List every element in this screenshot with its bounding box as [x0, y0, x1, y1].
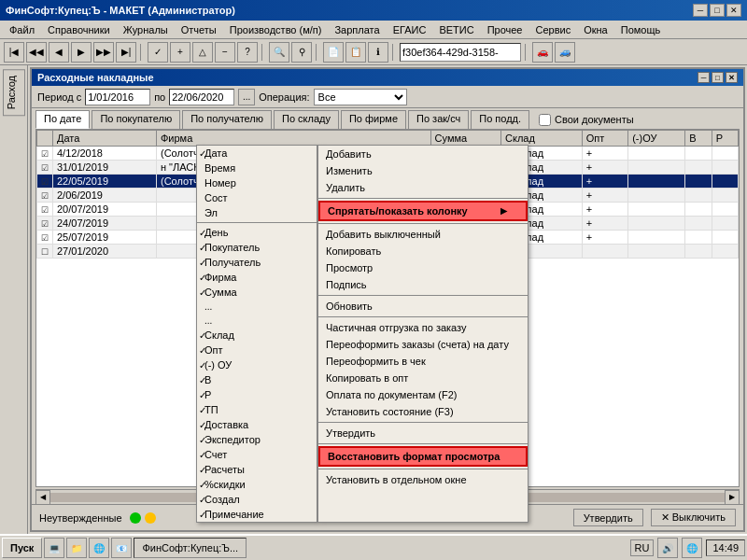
- toolbar-search2[interactable]: ⚲: [291, 42, 312, 63]
- ctx-add-disabled[interactable]: Добавить выключенный: [318, 226, 528, 243]
- tab-by-date[interactable]: По дате: [35, 110, 90, 129]
- ctx-add[interactable]: Добавить: [318, 146, 528, 162]
- col-firm[interactable]: Фирма: [156, 131, 430, 147]
- toolbar-next[interactable]: ▶: [71, 42, 92, 63]
- taskbar-network[interactable]: 🌐: [682, 538, 702, 558]
- taskbar-volume[interactable]: 🔊: [657, 538, 678, 558]
- own-docs-checkbox[interactable]: [539, 114, 551, 126]
- toolbar-question[interactable]: ?: [237, 42, 258, 63]
- row-check[interactable]: ☑: [37, 147, 53, 161]
- ctx-sign[interactable]: Подпись: [318, 276, 528, 293]
- col-r[interactable]: Р: [712, 131, 738, 147]
- close-button[interactable]: ✕: [726, 4, 741, 17]
- ctx-date[interactable]: Дата: [197, 146, 317, 161]
- inner-maximize[interactable]: □: [712, 72, 724, 83]
- row-check[interactable]: ☐: [37, 245, 53, 259]
- toolbar-info[interactable]: ℹ: [368, 42, 388, 63]
- tab-by-buyer[interactable]: По покупателю: [92, 110, 180, 129]
- ctx-sklad[interactable]: Склад: [197, 328, 317, 343]
- ctx-buyer[interactable]: Покупатель: [197, 240, 317, 255]
- toolbar-first[interactable]: |◀: [4, 42, 24, 63]
- taskbar-icon4[interactable]: 📧: [111, 538, 132, 558]
- menu-file[interactable]: Файл: [4, 23, 40, 36]
- ctx-dots2[interactable]: ...: [197, 314, 317, 328]
- filter-dots-button[interactable]: ...: [238, 89, 255, 105]
- ctx-exped[interactable]: Экспедитор: [197, 432, 317, 447]
- scroll-left[interactable]: ◀: [35, 490, 50, 505]
- row-check[interactable]: ☑: [37, 161, 53, 175]
- menu-production[interactable]: Производство (м/п): [224, 23, 328, 36]
- ctx-ou[interactable]: (-) ОУ: [197, 357, 317, 372]
- ctx-summa[interactable]: Сумма: [197, 285, 317, 300]
- toolbar-last[interactable]: ▶|: [116, 42, 136, 63]
- menu-vetis[interactable]: ВЕТИС: [433, 23, 479, 36]
- ctx-schet[interactable]: Счет: [197, 447, 317, 462]
- col-date[interactable]: Дата: [53, 131, 157, 147]
- ctx-copy-opt[interactable]: Копировать в опт: [318, 370, 528, 386]
- ctx-receiver[interactable]: Получатель: [197, 255, 317, 270]
- ctx-el[interactable]: Эл: [197, 205, 317, 220]
- ctx-partial-ship[interactable]: Частичная отгрузка по заказу: [318, 319, 528, 336]
- ctx-set-state[interactable]: Установить состояние (F3): [318, 403, 528, 420]
- start-button[interactable]: Пуск: [2, 538, 42, 558]
- ctx-firma[interactable]: Фирма: [197, 270, 317, 285]
- row-check[interactable]: ☑: [37, 217, 53, 231]
- ctx-sost[interactable]: Сост: [197, 190, 317, 205]
- menu-reports[interactable]: Отчеты: [176, 23, 222, 36]
- ctx-tp[interactable]: ТП: [197, 402, 317, 417]
- date-from-input[interactable]: [85, 89, 150, 105]
- confirm-button[interactable]: Утвердить: [573, 509, 643, 526]
- op-select[interactable]: Все Продажа Возврат: [314, 89, 407, 105]
- raskhod-button[interactable]: Расход: [3, 69, 25, 116]
- inner-minimize[interactable]: ─: [698, 72, 710, 83]
- ctx-den[interactable]: День: [197, 225, 317, 240]
- tab-by-podp[interactable]: По подд.: [471, 110, 529, 129]
- menu-salary[interactable]: Зарплата: [329, 23, 385, 36]
- menu-egais[interactable]: ЕГАИС: [388, 23, 432, 36]
- ctx-payment[interactable]: Оплата по документам (F2): [318, 386, 528, 403]
- toolbar-id-input[interactable]: [400, 43, 521, 62]
- taskbar-icon1[interactable]: 💻: [44, 538, 64, 558]
- ctx-r[interactable]: Р: [197, 387, 317, 402]
- taskbar-task[interactable]: ФинСофт:Купец:Ъ...: [134, 538, 247, 558]
- toolbar-edit[interactable]: △: [192, 42, 213, 63]
- ctx-raschet[interactable]: Расчеты: [197, 462, 317, 477]
- ctx-opt[interactable]: Опт: [197, 343, 317, 357]
- row-check[interactable]: ☑: [37, 203, 53, 217]
- scroll-right[interactable]: ▶: [725, 490, 740, 505]
- toolbar-prev[interactable]: ◀: [49, 42, 69, 63]
- ctx-delete[interactable]: Удалить: [318, 179, 528, 196]
- toolbar-check[interactable]: ✓: [148, 42, 168, 63]
- ctx-reissue-check[interactable]: Переоформить в чек: [318, 353, 528, 370]
- ctx-delivery[interactable]: Доставка: [197, 417, 317, 432]
- toolbar-next-next[interactable]: ▶▶: [93, 42, 114, 63]
- ctx-copy[interactable]: Копировать: [318, 243, 528, 259]
- ctx-b[interactable]: В: [197, 372, 317, 387]
- tab-by-warehouse[interactable]: По складу: [274, 110, 339, 129]
- ctx-time[interactable]: Время: [197, 161, 317, 175]
- taskbar-icon3[interactable]: 🌐: [89, 538, 109, 558]
- col-opt[interactable]: Опт: [582, 131, 627, 147]
- lang-button[interactable]: RU: [630, 539, 655, 556]
- menu-help[interactable]: Помощь: [615, 23, 667, 36]
- ctx-reissue-orders[interactable]: Переоформить заказы (счета) на дату: [318, 336, 528, 353]
- maximize-button[interactable]: □: [710, 4, 725, 17]
- col-summa[interactable]: Сумма: [430, 131, 501, 147]
- minimize-button[interactable]: ─: [693, 4, 708, 17]
- menu-sprav[interactable]: Справочники: [42, 23, 116, 36]
- toolbar-doc2[interactable]: 📋: [345, 42, 366, 63]
- col-ou[interactable]: (-)ОУ: [628, 131, 685, 147]
- ctx-dots1[interactable]: ...: [197, 300, 317, 314]
- ctx-hide-show-col[interactable]: Спрятать/показать колонку ▶: [318, 201, 528, 221]
- disable-button[interactable]: ✕ Выключить: [651, 509, 736, 526]
- ctx-restore-format[interactable]: Восстановить формат просмотра: [318, 446, 528, 467]
- tab-by-receiver[interactable]: По получателю: [182, 110, 272, 129]
- row-check[interactable]: ☑: [37, 189, 53, 203]
- ctx-update[interactable]: Обновить: [318, 298, 528, 315]
- ctx-nomer[interactable]: Номер: [197, 175, 317, 190]
- menu-service[interactable]: Сервис: [530, 23, 577, 36]
- taskbar-icon2[interactable]: 📁: [66, 538, 87, 558]
- toolbar-delete[interactable]: −: [215, 42, 235, 63]
- col-b[interactable]: В: [685, 131, 712, 147]
- row-check[interactable]: ☑: [37, 231, 53, 245]
